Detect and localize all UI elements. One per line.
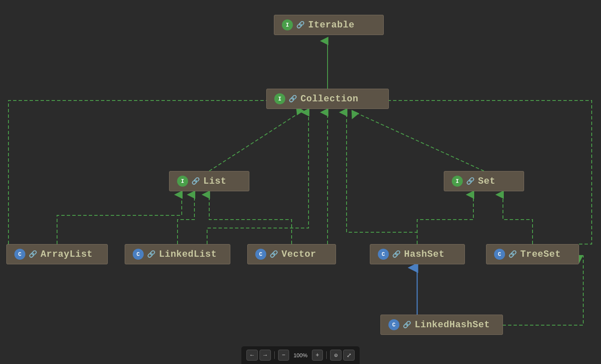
badge-collection: I	[274, 93, 285, 104]
badge-arraylist: C	[14, 249, 25, 260]
impl-icon-set: 🔗	[466, 177, 475, 185]
node-iterable[interactable]: I 🔗 Iterable	[274, 15, 384, 35]
badge-hashset: C	[378, 249, 389, 260]
svg-line-4	[355, 112, 484, 171]
badge-treeset: C	[494, 249, 505, 260]
diagram-container: I 🔗 Iterable I 🔗 Collection I 🔗 List I 🔗…	[0, 0, 601, 346]
forward-button[interactable]: →	[260, 350, 271, 361]
impl-icon-arraylist: 🔗	[29, 250, 37, 258]
label-hashset: HashSet	[404, 249, 445, 260]
impl-icon-hashset: 🔗	[392, 250, 401, 258]
badge-vector: C	[255, 249, 266, 260]
toolbar-divider-1	[274, 351, 275, 359]
node-set[interactable]: I 🔗 Set	[444, 171, 524, 191]
node-treeset[interactable]: C 🔗 TreeSet	[486, 244, 579, 264]
svg-line-3	[209, 112, 300, 171]
label-vector: Vector	[281, 249, 316, 260]
impl-icon-collection: 🔗	[289, 95, 297, 103]
badge-linkedlist: C	[133, 249, 144, 260]
label-list: List	[203, 176, 227, 187]
label-iterable: Iterable	[308, 20, 355, 30]
impl-icon-linkedlist: 🔗	[147, 250, 156, 258]
badge-set: I	[452, 176, 463, 187]
badge-list: I	[177, 176, 188, 187]
impl-icon-treeset: 🔗	[508, 250, 517, 258]
node-hashset[interactable]: C 🔗 HashSet	[370, 244, 465, 264]
zoom-out-button[interactable]: −	[278, 350, 290, 361]
label-treeset: TreeSet	[520, 249, 561, 260]
zoom-level: 100%	[291, 352, 310, 359]
impl-icon-list: 🔗	[191, 177, 200, 185]
node-list[interactable]: I 🔗 List	[169, 171, 249, 191]
node-linkedhashset[interactable]: C 🔗 LinkedHashSet	[380, 315, 503, 335]
node-collection[interactable]: I 🔗 Collection	[266, 89, 389, 109]
fit-button[interactable]: ⊙	[330, 350, 341, 361]
label-collection: Collection	[300, 94, 358, 104]
node-linkedlist[interactable]: C 🔗 LinkedList	[125, 244, 230, 264]
badge-linkedhashset: C	[388, 319, 399, 330]
label-arraylist: ArrayList	[41, 249, 93, 260]
label-linkedhashset: LinkedHashSet	[415, 320, 490, 330]
impl-icon-linkedhashset: 🔗	[403, 321, 411, 329]
toolbar-divider-2	[326, 351, 327, 359]
badge-iterable: I	[282, 19, 293, 30]
expand-button[interactable]: ⤢	[343, 350, 355, 361]
toolbar: ← → − 100% + ⊙ ⤢	[241, 346, 360, 364]
back-button[interactable]: ←	[246, 350, 258, 361]
label-linkedlist: LinkedList	[159, 249, 217, 260]
label-set: Set	[478, 176, 495, 187]
impl-icon-iterable: 🔗	[296, 21, 305, 29]
zoom-in-button[interactable]: +	[312, 350, 323, 361]
impl-icon-vector: 🔗	[270, 250, 278, 258]
node-vector[interactable]: C 🔗 Vector	[247, 244, 336, 264]
node-arraylist[interactable]: C 🔗 ArrayList	[6, 244, 108, 264]
